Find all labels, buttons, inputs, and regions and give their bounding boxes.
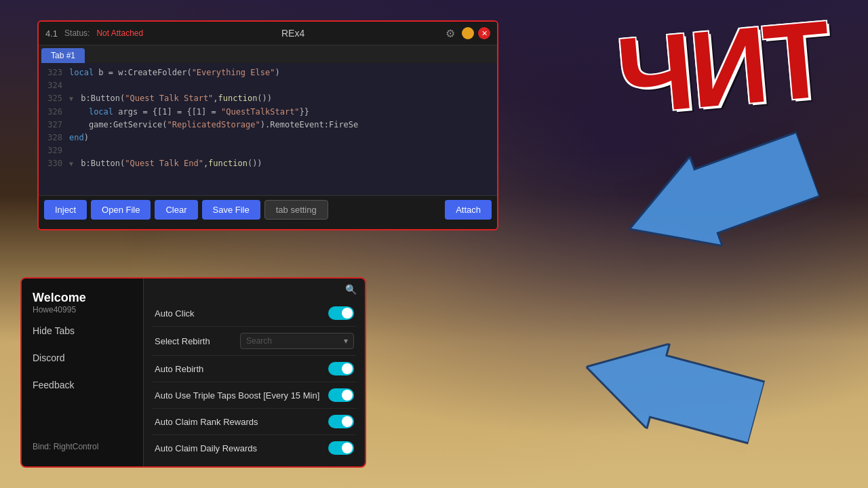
executor-window: 4.1 Status: Not Attached REx4 ⚙ ✕ Tab #1… [37,20,498,230]
code-editor[interactable]: 323 local b = w:CreateFolder("Everything… [39,63,497,195]
auto-triple-taps-label: Auto Use Triple Taps Boost [Every 15 Min… [155,390,328,401]
code-line: 326 local args = {[1] = {[1] = "QuestTal… [39,106,497,119]
cheat-body: Welcome Howe40995 Hide Tabs Discord Feed… [22,279,365,466]
save-file-button[interactable]: Save File [202,200,260,220]
sidebar-welcome-text: Welcome [33,291,132,305]
rebirth-select-dropdown[interactable]: Search ▾ [240,333,354,349]
clear-button[interactable]: Clear [155,200,197,220]
auto-rebirth-toggle[interactable] [328,362,354,375]
auto-click-label: Auto Click [155,308,328,319]
cheat-sidebar: Welcome Howe40995 Hide Tabs Discord Feed… [22,279,144,466]
auto-rank-rewards-toggle[interactable] [328,415,354,428]
window-title: REx4 [150,28,436,39]
select-rebirth-row: Select Rebirth Search ▾ [152,327,357,356]
inject-button[interactable]: Inject [44,200,87,220]
auto-triple-taps-toggle[interactable] [328,388,354,402]
sidebar-item-feedback[interactable]: Feedback [22,371,143,399]
version-label: 4.1 [45,28,58,39]
executor-titlebar: 4.1 Status: Not Attached REx4 ⚙ ✕ [39,22,497,45]
code-line: 325 ▼ b:Button("Quest Talk Start",functi… [39,92,497,105]
executor-toolbar: Inject Open File Clear Save File tab set… [39,195,497,224]
status-value: Not Attached [96,28,143,38]
open-file-button[interactable]: Open File [91,200,151,220]
search-icon[interactable]: 🔍 [345,284,357,295]
close-button[interactable]: ✕ [478,27,490,39]
auto-rebirth-label: Auto Rebirth [155,364,328,374]
auto-rebirth-row: Auto Rebirth [152,356,357,382]
auto-click-toggle[interactable] [328,306,354,320]
settings-button[interactable]: ⚙ [443,26,458,41]
status-label: Status: [64,28,90,38]
tab-setting-button[interactable]: tab setting [264,200,328,220]
cheat-content: 🔍 Auto Click Select Rebirth Search ▾ Aut… [144,279,365,466]
executor-tabs: Tab #1 [39,45,497,63]
code-line: 329 [39,144,497,157]
sidebar-item-hide-tabs[interactable]: Hide Tabs [22,317,143,344]
auto-triple-taps-row: Auto Use Triple Taps Boost [Every 15 Min… [152,382,357,409]
tab-1[interactable]: Tab #1 [41,48,85,63]
code-line: 327 game:GetService("ReplicatedStorage")… [39,119,497,131]
minimize-button[interactable] [462,27,474,39]
auto-daily-rewards-toggle[interactable] [328,441,354,455]
sidebar-bind: Bind: RightControl [22,434,143,460]
sidebar-username: Howe40995 [33,305,132,314]
select-rebirth-label: Select Rebirth [155,336,236,346]
auto-rank-rewards-label: Auto Claim Rank Rewards [155,417,328,427]
chit-overlay-text: ЧИТ [612,5,831,131]
cheat-menu-panel: Welcome Howe40995 Hide Tabs Discord Feed… [20,277,366,468]
auto-rank-rewards-row: Auto Claim Rank Rewards [152,409,357,435]
rebirth-search-placeholder: Search [246,336,344,346]
sidebar-header: Welcome Howe40995 [22,285,143,317]
cheat-search-bar: 🔍 [152,284,357,295]
auto-daily-rewards-row: Auto Claim Daily Rewards [152,435,357,461]
sidebar-item-discord[interactable]: Discord [22,344,143,371]
auto-daily-rewards-label: Auto Claim Daily Rewards [155,443,328,453]
auto-click-row: Auto Click [152,300,357,327]
code-line: 328 end) [39,131,497,144]
titlebar-buttons: ⚙ ✕ [443,26,490,41]
code-line: 323 local b = w:CreateFolder("Everything… [39,66,497,79]
bind-value: RightControl [54,442,99,451]
attach-button[interactable]: Attach [445,200,492,220]
code-line: 324 [39,79,497,92]
chevron-down-icon: ▾ [344,336,348,346]
code-line: 330 ▼ b:Button("Quest Talk End",function… [39,157,497,170]
